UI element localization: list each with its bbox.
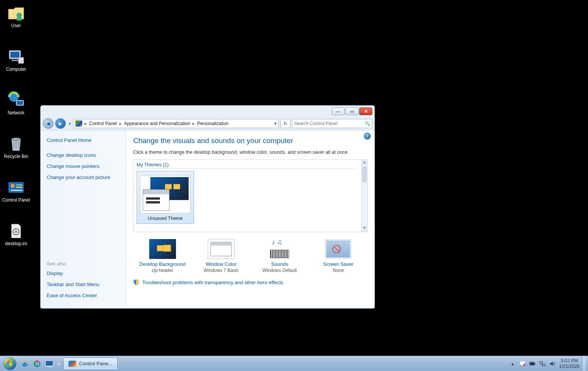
- sidebar-link-desktop-icons[interactable]: Change desktop icons: [47, 152, 120, 158]
- svg-rect-3: [10, 52, 20, 58]
- themes-list[interactable]: My Themes (1) Unsaved Theme: [134, 160, 361, 232]
- refresh-button[interactable]: ↻: [280, 119, 290, 128]
- desktop-icon-label: desktop.ini: [2, 241, 31, 246]
- svg-rect-1: [16, 18, 22, 21]
- scroll-down-button[interactable]: ▼: [362, 226, 367, 232]
- troubleshoot-link[interactable]: Troubleshoot problems with transparency …: [142, 280, 283, 285]
- desktop-icon-label: Control Panel: [2, 197, 31, 203]
- svg-rect-29: [530, 363, 534, 365]
- control-panel-icon: [7, 178, 25, 197]
- desktop-icon-label: Computer: [2, 67, 31, 72]
- svg-rect-28: [534, 363, 535, 364]
- pin-explorer[interactable]: [44, 359, 54, 369]
- tray-network-icon[interactable]: [539, 361, 546, 367]
- windows-orb-icon: [3, 357, 16, 370]
- forward-button[interactable]: ►: [55, 118, 66, 129]
- desktop-icon-user[interactable]: User: [2, 4, 31, 28]
- tile-sounds[interactable]: Sounds Windows Default: [251, 239, 308, 273]
- desktop-icon-computer[interactable]: Computer: [2, 47, 31, 72]
- tray-show-hidden[interactable]: ▴: [510, 361, 516, 367]
- user-folder-icon: [7, 4, 25, 22]
- search-box[interactable]: 🔍: [292, 119, 372, 128]
- seealso-link-ease-of-access[interactable]: Ease of Access Center: [47, 293, 120, 298]
- desktop-icon-label: User: [2, 23, 31, 28]
- themes-scrollbar[interactable]: ▲ ▼: [361, 160, 367, 232]
- taskbar-button-label: Control Pane...: [79, 361, 112, 366]
- desktop-icon-control-panel[interactable]: Control Panel: [2, 178, 31, 203]
- back-button[interactable]: ◄: [43, 118, 54, 129]
- breadcrumb-control-panel[interactable]: Control Panel: [88, 121, 119, 126]
- taskbar-button-control-panel[interactable]: Control Pane...: [64, 358, 117, 370]
- address-bar[interactable]: ▸ Control Panel ▸ Appearance and Persona…: [73, 119, 279, 128]
- tray-action-center-icon[interactable]: [520, 361, 526, 367]
- address-dropdown[interactable]: ▾: [272, 121, 279, 126]
- tile-name: Window Color: [192, 261, 250, 267]
- desktop-icon-label: Recycle Bin: [2, 154, 31, 159]
- breadcrumb-personalization[interactable]: Personalization: [195, 121, 230, 126]
- svg-point-22: [36, 363, 38, 365]
- search-icon: 🔍: [365, 121, 370, 126]
- svg-point-16: [15, 231, 17, 233]
- sidebar-link-account-picture[interactable]: Change your account picture: [47, 174, 120, 180]
- tile-screen-saver[interactable]: Screen Saver None: [309, 239, 367, 273]
- see-also-header: See also: [47, 261, 120, 267]
- theme-preview-icon: [140, 175, 191, 213]
- tray-clock[interactable]: 5:02 PM 1/21/2020: [559, 358, 580, 369]
- tray-battery-icon[interactable]: [529, 361, 536, 367]
- pin-ie[interactable]: [20, 359, 30, 369]
- tile-value: Windows Default: [251, 268, 308, 273]
- recycle-bin-icon: [7, 135, 25, 153]
- breadcrumb-separator: ▸: [192, 121, 195, 126]
- sidebar-link-mouse-pointers[interactable]: Change mouse pointers: [47, 163, 120, 169]
- desktop-icon-desktop-ini[interactable]: desktop.ini: [2, 222, 31, 246]
- svg-rect-8: [17, 101, 23, 105]
- seealso-link-display[interactable]: Display: [47, 270, 120, 276]
- taskbar-overflow[interactable]: »: [57, 361, 60, 367]
- search-input[interactable]: [294, 121, 365, 126]
- start-button[interactable]: [2, 356, 18, 371]
- tile-value: None: [309, 268, 367, 273]
- scroll-thumb[interactable]: [362, 167, 366, 182]
- minimize-button[interactable]: —: [332, 107, 345, 115]
- pin-chrome[interactable]: [32, 359, 42, 369]
- scroll-up-button[interactable]: ▲: [362, 160, 367, 166]
- desktop-icon-label: Network: [2, 110, 31, 116]
- maximize-button[interactable]: ▭: [345, 107, 358, 115]
- svg-rect-5: [18, 57, 24, 63]
- settings-tiles: Desktop Background zip-header Window Col…: [133, 239, 368, 273]
- network-icon: [7, 91, 25, 109]
- tray-volume-icon[interactable]: [549, 361, 555, 367]
- theme-group-header: My Themes (1): [137, 162, 358, 169]
- tray-date: 1/21/2020: [559, 364, 580, 369]
- breadcrumb-separator: ▸: [119, 121, 122, 126]
- show-desktop-button[interactable]: [582, 356, 586, 371]
- desktop-background-icon: [149, 239, 176, 259]
- desktop-icon-network[interactable]: Network: [2, 91, 31, 116]
- window-color-icon: [208, 239, 235, 259]
- seealso-link-taskbar[interactable]: Taskbar and Start Menu: [47, 282, 120, 287]
- troubleshoot-row: Troubleshoot problems with transparency …: [133, 279, 368, 285]
- navigation-bar: ◄ ► ▾ ▸ Control Panel ▸ Appearance and P…: [41, 117, 375, 130]
- shield-icon: [133, 279, 139, 285]
- tile-value: Windows 7 Basic: [192, 268, 250, 273]
- tile-name: Screen Saver: [309, 261, 367, 267]
- svg-rect-30: [540, 361, 542, 363]
- tile-value: zip-header: [134, 268, 191, 273]
- desktop-icon-recycle-bin[interactable]: Recycle Bin: [2, 135, 31, 159]
- page-description: Click a theme to change the desktop back…: [133, 150, 368, 155]
- close-button[interactable]: ✕: [359, 107, 372, 115]
- scroll-track[interactable]: [362, 166, 367, 226]
- sidebar-home-link[interactable]: Control Panel Home: [47, 137, 120, 143]
- theme-unsaved[interactable]: Unsaved Theme: [137, 171, 194, 224]
- system-tray: ▴ 5:02 PM 1/21/2020: [510, 358, 580, 369]
- tile-window-color[interactable]: Window Color Windows 7 Basic: [192, 239, 250, 273]
- tile-name: Sounds: [251, 261, 308, 267]
- breadcrumb-appearance[interactable]: Appearance and Personalization: [122, 121, 192, 126]
- themes-listbox: My Themes (1) Unsaved Theme ▲ ▼: [133, 159, 368, 232]
- nav-history-dropdown[interactable]: ▾: [67, 118, 72, 129]
- help-button[interactable]: ?: [364, 133, 371, 140]
- svg-rect-14: [11, 190, 22, 191]
- tile-name: Desktop Background: [134, 261, 191, 267]
- tile-desktop-background[interactable]: Desktop Background zip-header: [134, 239, 191, 273]
- svg-point-0: [16, 13, 22, 18]
